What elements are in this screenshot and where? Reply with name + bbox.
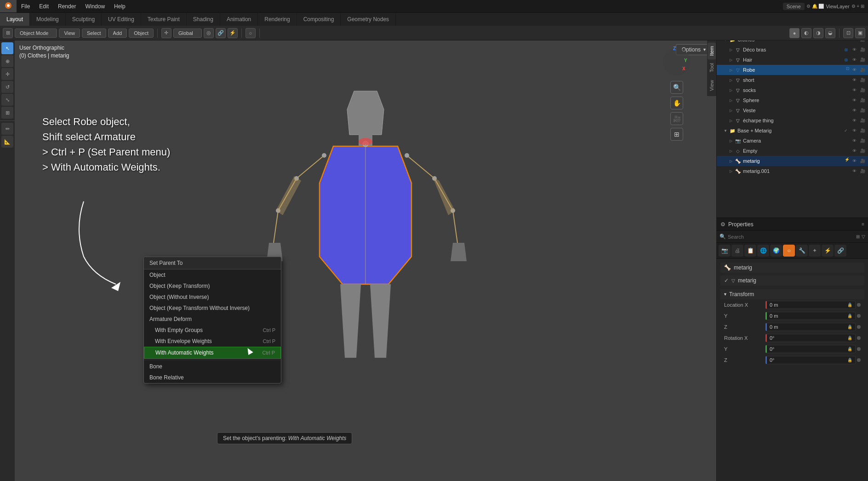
- hair-eye-btn[interactable]: 👁: [851, 56, 858, 63]
- metarig-001-eye-btn[interactable]: 👁: [851, 167, 858, 175]
- veste-camera-btn[interactable]: 🎥: [859, 107, 866, 114]
- location-y-value[interactable]: 0 m 🔒: [765, 312, 856, 320]
- select-tool-icon[interactable]: ↖: [1, 42, 13, 54]
- location-z-lock[interactable]: 🔒: [847, 325, 852, 329]
- location-y-lock[interactable]: 🔒: [847, 314, 852, 318]
- socks-camera-btn[interactable]: 🎥: [859, 86, 866, 94]
- empty-expand[interactable]: ▷: [728, 148, 734, 154]
- proportional-icon[interactable]: ○: [246, 28, 256, 38]
- socks-item[interactable]: ▷ ▽ socks 👁 🎥: [717, 85, 868, 95]
- sphere-camera-btn[interactable]: 🎥: [859, 97, 866, 104]
- location-z-keyframe-dot[interactable]: [857, 325, 861, 329]
- robe-eye-btn[interactable]: 👁: [851, 66, 858, 74]
- base-metarig-camera[interactable]: 🎥: [859, 127, 866, 134]
- select-btn[interactable]: Select: [82, 29, 106, 38]
- render-menu[interactable]: Render: [53, 1, 80, 11]
- ctx-with-empty-groups[interactable]: With Empty Groups Ctrl P: [144, 325, 281, 336]
- panel-tab-view[interactable]: View: [708, 76, 716, 95]
- navigation-gizmo[interactable]: Z Y X: [660, 45, 693, 78]
- camera-item[interactable]: ▷ 📷 Camera 👁 🎥: [717, 136, 868, 146]
- rotation-x-value[interactable]: 0° 🔒: [765, 334, 856, 342]
- ctx-with-automatic-weights[interactable]: With Automatic Weights Ctrl P: [144, 347, 281, 359]
- snap-settings-icon[interactable]: ⚡: [228, 28, 238, 38]
- props-tab-object[interactable]: ○: [783, 245, 795, 257]
- props-tab-modifier[interactable]: 🔧: [796, 245, 808, 257]
- base-metarig-collection-item[interactable]: ▼ 📁 Base + Metarig ✓ 👁 🎥: [717, 126, 868, 136]
- snap-icon[interactable]: 🔗: [216, 28, 226, 38]
- rotation-z-value[interactable]: 0° 🔒: [765, 356, 856, 364]
- window-menu[interactable]: Window: [80, 1, 109, 11]
- echarpe-camera-btn[interactable]: 🎥: [859, 117, 866, 124]
- metarig-camera-btn[interactable]: 🎥: [859, 157, 866, 165]
- transform-tool-icon[interactable]: ⊞: [1, 107, 13, 119]
- file-menu[interactable]: File: [17, 1, 34, 11]
- panel-tab-tool[interactable]: Tool: [708, 59, 716, 76]
- base-metarig-expand[interactable]: ▼: [722, 127, 729, 134]
- measure-tool-icon[interactable]: 📐: [1, 136, 13, 148]
- location-x-keyframe-dot[interactable]: [857, 303, 861, 307]
- robe-camera-btn[interactable]: 🎥: [859, 66, 866, 74]
- ctx-object-keep-transform-without-inverse[interactable]: Object (Keep Transform Without Inverse): [144, 303, 281, 314]
- props-tab-constraints[interactable]: 🔗: [834, 245, 846, 257]
- viewport-shading-rendered[interactable]: ◑: [813, 28, 823, 38]
- echarpe-expand[interactable]: ▷: [728, 117, 734, 124]
- tab-uv-editing[interactable]: UV Editing: [102, 13, 141, 26]
- metarig-expand[interactable]: ▷: [728, 158, 734, 164]
- ctx-armature-deform[interactable]: Armature Deform: [144, 314, 281, 325]
- veste-expand[interactable]: ▷: [728, 107, 734, 114]
- rotation-y-value[interactable]: 0° 🔒: [765, 345, 856, 353]
- ctx-object[interactable]: Object: [144, 269, 281, 281]
- empty-camera-btn[interactable]: 🎥: [859, 147, 866, 155]
- ctx-bone-relative[interactable]: Bone Relative: [144, 372, 281, 383]
- cursor-icon[interactable]: ✛: [161, 28, 171, 38]
- props-object-checkbox[interactable]: ▽: [731, 278, 735, 283]
- veste-item[interactable]: ▷ ▽ Veste 👁 🎥: [717, 105, 868, 115]
- robe-expand[interactable]: ▷: [728, 67, 734, 73]
- viewport-shading-material[interactable]: ◐: [801, 28, 811, 38]
- properties-expand-icon[interactable]: ⊞: [856, 234, 860, 239]
- metarig-item[interactable]: ▷ 🦴 metarig ⚡ 👁 🎥: [717, 156, 868, 166]
- pivot-icon[interactable]: ◎: [204, 28, 214, 38]
- short-expand[interactable]: ▷: [728, 77, 734, 83]
- rotation-z-keyframe-dot[interactable]: [857, 358, 861, 362]
- annotate-tool-icon[interactable]: ✏: [1, 123, 13, 135]
- grid-btn[interactable]: ⊞: [670, 128, 683, 141]
- ctx-with-envelope-weights[interactable]: With Envelope Weights Ctrl P: [144, 336, 281, 347]
- transform-section-header[interactable]: ▼ Transform: [720, 289, 864, 299]
- ctx-bone[interactable]: Bone: [144, 361, 281, 372]
- location-x-lock[interactable]: 🔒: [847, 303, 852, 307]
- sphere-item[interactable]: ▷ ▽ Sphere 👁 🎥: [717, 95, 868, 105]
- socks-eye-btn[interactable]: 👁: [851, 86, 858, 94]
- tab-sculpting[interactable]: Sculpting: [66, 13, 102, 26]
- base-metarig-eye[interactable]: 👁: [851, 127, 858, 134]
- tab-layout[interactable]: Layout: [0, 13, 30, 26]
- ctx-object-without-inverse[interactable]: Object (Without Inverse): [144, 292, 281, 303]
- short-camera-btn[interactable]: 🎥: [859, 76, 866, 84]
- base-metarig-check[interactable]: ✓: [842, 127, 850, 134]
- tab-shading[interactable]: Shading: [187, 13, 220, 26]
- props-tab-scene[interactable]: 🌐: [757, 245, 769, 257]
- scale-tool-icon[interactable]: ⤡: [1, 94, 13, 106]
- help-menu[interactable]: Help: [109, 1, 130, 11]
- transform-dropdown[interactable]: Global: [173, 29, 202, 38]
- xray-icon[interactable]: ▣: [855, 28, 865, 38]
- rotate-tool-icon[interactable]: ↺: [1, 81, 13, 93]
- move-tool-icon[interactable]: ✛: [1, 68, 13, 80]
- echarpe-item[interactable]: ▷ ▽ écharpe thing 👁 🎥: [717, 115, 868, 126]
- object-btn[interactable]: Object: [129, 29, 154, 38]
- panel-tab-item[interactable]: Item: [708, 42, 716, 59]
- cursor-tool-icon[interactable]: ⊕: [1, 55, 13, 67]
- add-btn[interactable]: Add: [108, 29, 127, 38]
- properties-options-btn[interactable]: ≡: [862, 222, 864, 227]
- hair-item[interactable]: ▷ ▽ Hair ⊡ 👁 🎥: [717, 55, 868, 65]
- view-btn[interactable]: View: [59, 29, 80, 38]
- edit-menu[interactable]: Edit: [34, 1, 53, 11]
- tab-rendering[interactable]: Rendering: [258, 13, 297, 26]
- deco-bras-camera-btn[interactable]: 🎥: [859, 46, 866, 53]
- hair-camera-btn[interactable]: 🎥: [859, 56, 866, 63]
- properties-search-input[interactable]: [728, 234, 854, 240]
- camera-camera-btn[interactable]: 🎥: [859, 137, 866, 144]
- properties-extra-icon[interactable]: ▽: [862, 234, 865, 239]
- empty-item[interactable]: ▷ ◇ Empty 👁 🎥: [717, 146, 868, 156]
- viewport-shading-solid[interactable]: ●: [789, 28, 799, 38]
